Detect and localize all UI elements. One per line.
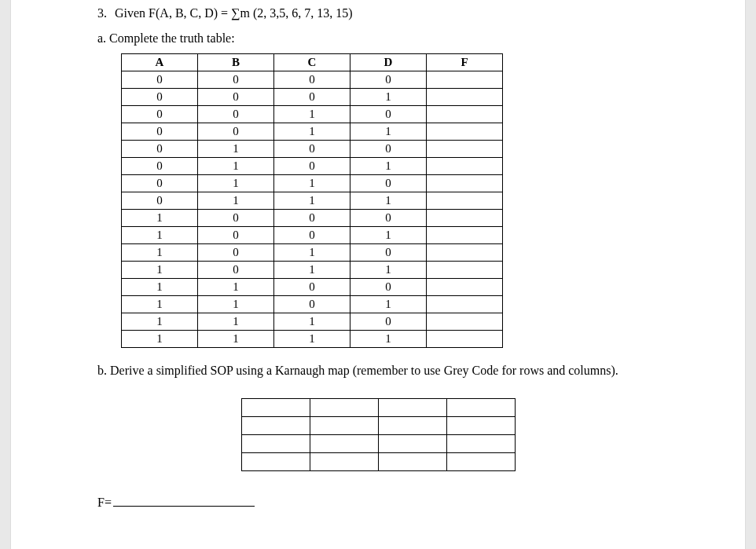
table-cell: 0 bbox=[198, 123, 274, 141]
table-cell: 0 bbox=[350, 313, 427, 331]
table-cell bbox=[427, 244, 503, 262]
table-cell bbox=[427, 331, 503, 348]
question-number: 3. bbox=[97, 6, 112, 20]
table-cell: 0 bbox=[198, 71, 274, 89]
table-cell: 0 bbox=[122, 141, 198, 158]
kmap-table bbox=[241, 398, 516, 471]
table-cell: 1 bbox=[198, 313, 274, 331]
col-header-a: A bbox=[122, 54, 198, 71]
truth-table: A B C D F 000000010010001101000101011001… bbox=[121, 53, 503, 348]
answer-prefix: F= bbox=[97, 496, 112, 509]
table-cell: 1 bbox=[350, 331, 427, 348]
table-cell: 1 bbox=[350, 192, 427, 210]
table-cell bbox=[427, 227, 503, 244]
table-cell: 0 bbox=[274, 71, 350, 89]
kmap-cell bbox=[241, 452, 310, 470]
kmap-cell bbox=[446, 398, 515, 416]
table-cell: 0 bbox=[350, 71, 427, 89]
table-cell: 0 bbox=[350, 210, 427, 227]
table-row: 1110 bbox=[122, 313, 503, 331]
paper-sheet: 3. Given F(A, B, C, D) = ∑m (2, 3,5, 6, … bbox=[11, 0, 745, 549]
table-row: 1101 bbox=[122, 296, 503, 313]
table-cell: 0 bbox=[122, 89, 198, 106]
table-cell: 1 bbox=[350, 89, 427, 106]
kmap-cell bbox=[310, 416, 378, 434]
table-cell bbox=[427, 262, 503, 279]
kmap-row bbox=[241, 398, 515, 416]
table-cell: 1 bbox=[198, 279, 274, 296]
table-cell: 1 bbox=[198, 331, 274, 348]
table-cell bbox=[427, 123, 503, 141]
table-row: 0100 bbox=[122, 141, 503, 158]
kmap-cell bbox=[378, 416, 446, 434]
table-cell: 0 bbox=[274, 210, 350, 227]
table-cell: 1 bbox=[122, 227, 198, 244]
table-cell: 1 bbox=[274, 123, 350, 141]
table-cell bbox=[427, 210, 503, 227]
table-cell: 0 bbox=[198, 89, 274, 106]
table-cell: 1 bbox=[350, 158, 427, 175]
table-cell: 0 bbox=[198, 262, 274, 279]
kmap-cell bbox=[378, 434, 446, 452]
page: 3. Given F(A, B, C, D) = ∑m (2, 3,5, 6, … bbox=[0, 0, 756, 549]
kmap-cell bbox=[241, 416, 310, 434]
table-cell: 1 bbox=[274, 175, 350, 192]
table-cell: 0 bbox=[274, 141, 350, 158]
table-cell: 1 bbox=[122, 331, 198, 348]
part-b-label: b. Derive a simplified SOP using a Karna… bbox=[97, 362, 659, 379]
question-text: Given F(A, B, C, D) = ∑m (2, 3,5, 6, 7, … bbox=[115, 6, 353, 20]
answer-line: F= bbox=[97, 495, 659, 510]
table-cell: 0 bbox=[350, 244, 427, 262]
table-cell: 0 bbox=[198, 210, 274, 227]
table-cell bbox=[427, 106, 503, 123]
col-header-c: C bbox=[274, 54, 350, 71]
table-cell: 0 bbox=[122, 192, 198, 210]
table-cell: 0 bbox=[122, 158, 198, 175]
table-cell: 0 bbox=[122, 71, 198, 89]
table-cell: 0 bbox=[122, 123, 198, 141]
col-header-d: D bbox=[350, 54, 427, 71]
question-line: 3. Given F(A, B, C, D) = ∑m (2, 3,5, 6, … bbox=[97, 6, 659, 20]
table-cell: 1 bbox=[122, 296, 198, 313]
table-cell bbox=[427, 175, 503, 192]
kmap-cell bbox=[446, 416, 515, 434]
table-cell: 1 bbox=[350, 227, 427, 244]
table-cell: 1 bbox=[122, 244, 198, 262]
kmap-cell bbox=[310, 398, 378, 416]
table-cell: 1 bbox=[122, 210, 198, 227]
table-cell: 0 bbox=[122, 175, 198, 192]
table-cell: 1 bbox=[198, 296, 274, 313]
kmap-cell bbox=[310, 434, 378, 452]
table-cell bbox=[427, 296, 503, 313]
table-cell: 0 bbox=[274, 279, 350, 296]
kmap-cell bbox=[446, 452, 515, 470]
col-header-b: B bbox=[198, 54, 274, 71]
table-row: 0001 bbox=[122, 89, 503, 106]
answer-blank bbox=[113, 495, 255, 507]
table-cell bbox=[427, 89, 503, 106]
table-cell: 0 bbox=[198, 106, 274, 123]
table-cell: 1 bbox=[122, 313, 198, 331]
table-row: 0011 bbox=[122, 123, 503, 141]
table-row: 0010 bbox=[122, 106, 503, 123]
kmap-cell bbox=[378, 398, 446, 416]
table-cell: 1 bbox=[198, 141, 274, 158]
table-row: 0101 bbox=[122, 158, 503, 175]
table-cell: 1 bbox=[198, 158, 274, 175]
table-cell bbox=[427, 313, 503, 331]
kmap-row bbox=[241, 416, 515, 434]
table-row: 0110 bbox=[122, 175, 503, 192]
table-cell: 0 bbox=[350, 106, 427, 123]
kmap-cell bbox=[241, 398, 310, 416]
table-cell: 0 bbox=[198, 244, 274, 262]
table-cell: 0 bbox=[350, 279, 427, 296]
table-cell: 1 bbox=[198, 192, 274, 210]
table-cell: 1 bbox=[274, 192, 350, 210]
table-cell: 0 bbox=[274, 227, 350, 244]
table-cell bbox=[427, 141, 503, 158]
kmap-cell bbox=[446, 434, 515, 452]
part-a-label: a. Complete the truth table: bbox=[97, 31, 659, 46]
table-row: 1010 bbox=[122, 244, 503, 262]
truth-table-header-row: A B C D F bbox=[122, 54, 503, 71]
table-cell: 1 bbox=[122, 262, 198, 279]
